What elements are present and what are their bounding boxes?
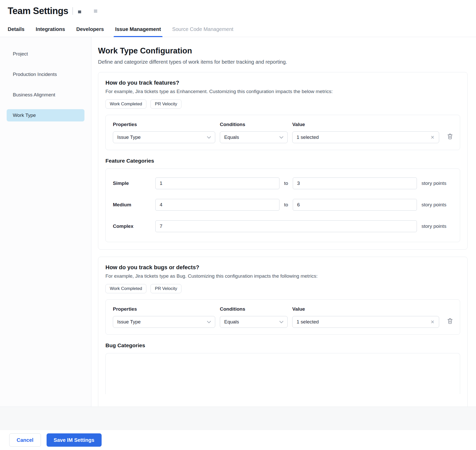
complex-from-input[interactable] <box>155 220 417 232</box>
features-filter-panel: Properties Issue Type Conditions <box>105 115 460 150</box>
bugs-filter-panel: Properties Issue Type Conditions <box>105 299 460 335</box>
category-label-simple: Simple <box>113 181 151 186</box>
medium-to-input[interactable] <box>293 199 417 211</box>
bugs-value-selected: 1 selected <box>297 319 430 325</box>
tab-developers[interactable]: Developers <box>76 22 104 37</box>
bugs-condition-select[interactable]: Equals <box>220 316 288 328</box>
delete-filter-row-button[interactable] <box>447 318 453 325</box>
medium-from-input[interactable] <box>155 199 279 211</box>
features-property-select[interactable]: Issue Type <box>113 131 215 143</box>
page-subtitle: Define and categorize different types of… <box>98 59 468 65</box>
cancel-button[interactable]: Cancel <box>9 433 41 447</box>
team-settings-page: Team Settings Details Integrations Devel… <box>0 0 476 450</box>
features-condition-select[interactable]: Equals <box>220 131 288 143</box>
to-label: to <box>284 181 288 186</box>
features-card-title: How do you track features? <box>105 80 460 86</box>
bottom-spacer-band <box>0 407 476 430</box>
settings-sidebar: Project Production Incidents Business Al… <box>0 37 91 407</box>
features-metric-badges: Work Completed PR Velocity <box>105 99 460 109</box>
bugs-metric-badges: Work Completed PR Velocity <box>105 284 460 293</box>
bugs-card: How do you track bugs or defects? For ex… <box>98 257 468 407</box>
sidebar-item-work-type[interactable]: Work Type <box>7 109 84 121</box>
clear-selection-icon[interactable]: × <box>430 319 435 325</box>
value-column-label: Value <box>292 122 439 127</box>
value-column-label: Value <box>292 306 439 312</box>
bugs-card-description: For example, Jira tickets type as Bug. C… <box>105 273 460 279</box>
simple-from-input[interactable] <box>155 177 279 189</box>
chevron-down-icon <box>279 319 283 325</box>
conditions-column-label: Conditions <box>220 306 288 312</box>
bugs-card-title: How do you track bugs or defects? <box>105 264 460 271</box>
to-label: to <box>284 202 288 208</box>
bugs-condition-value: Equals <box>224 319 279 325</box>
bugs-property-select[interactable]: Issue Type <box>113 316 215 328</box>
category-label-medium: Medium <box>113 202 151 208</box>
chevron-down-icon <box>207 134 211 140</box>
feature-categories-panel: Simple to story points Medium to <box>105 168 460 242</box>
bugs-property-value: Issue Type <box>117 319 207 325</box>
page-title: Work Type Configuration <box>98 46 468 55</box>
header-divider <box>72 7 73 15</box>
category-label-complex: Complex <box>113 223 151 229</box>
tab-integrations[interactable]: Integrations <box>36 22 65 37</box>
category-row-medium: Medium to story points <box>113 199 453 211</box>
header-placeholder-icon-dark <box>78 10 81 13</box>
story-points-label: story points <box>421 223 453 229</box>
header-placeholder-icon-light <box>94 9 97 13</box>
story-points-label: story points <box>421 202 453 208</box>
tab-bar: Details Integrations Developers Issue Ma… <box>0 22 476 37</box>
page-header: Team Settings <box>0 0 476 22</box>
features-card: How do you track features? For example, … <box>98 72 468 250</box>
features-card-description: For example, Jira tickets type as Enhanc… <box>105 89 460 94</box>
tab-details[interactable]: Details <box>8 22 25 37</box>
delete-filter-row-button[interactable] <box>447 133 453 140</box>
trash-icon <box>447 320 453 325</box>
badge-pr-velocity: PR Velocity <box>150 284 181 293</box>
sidebar-item-business-alignment[interactable]: Business Alignment <box>7 89 84 101</box>
story-points-label: story points <box>421 181 453 186</box>
features-value-multiselect[interactable]: 1 selected × <box>292 131 439 143</box>
tab-issue-management[interactable]: Issue Management <box>115 22 161 37</box>
save-im-settings-button[interactable]: Save IM Settings <box>47 433 102 447</box>
badge-work-completed: Work Completed <box>105 99 146 109</box>
simple-to-input[interactable] <box>293 177 417 189</box>
bug-categories-title: Bug Categories <box>105 342 460 348</box>
tab-source-code-management[interactable]: Source Code Management <box>172 22 233 37</box>
sidebar-item-project[interactable]: Project <box>7 48 84 60</box>
category-row-simple: Simple to story points <box>113 177 453 189</box>
bug-categories-panel <box>105 353 460 394</box>
footer-action-bar: Cancel Save IM Settings <box>0 430 476 450</box>
properties-column-label: Properties <box>113 122 215 127</box>
feature-categories-title: Feature Categories <box>105 158 460 164</box>
properties-column-label: Properties <box>113 306 215 312</box>
chevron-down-icon <box>279 134 283 140</box>
sidebar-item-production-incidents[interactable]: Production Incidents <box>7 68 84 81</box>
chevron-down-icon <box>207 319 211 325</box>
page-header-title: Team Settings <box>8 6 68 16</box>
trash-icon <box>447 136 453 140</box>
main-panel: Work Type Configuration Define and categ… <box>91 37 476 407</box>
category-row-complex: Complex story points <box>113 220 453 232</box>
content-area: Project Production Incidents Business Al… <box>0 37 476 407</box>
badge-work-completed: Work Completed <box>105 284 146 293</box>
badge-pr-velocity: PR Velocity <box>150 99 181 109</box>
features-property-value: Issue Type <box>117 134 207 140</box>
features-condition-value: Equals <box>224 134 279 140</box>
bugs-value-multiselect[interactable]: 1 selected × <box>292 316 439 328</box>
conditions-column-label: Conditions <box>220 122 288 127</box>
clear-selection-icon[interactable]: × <box>430 134 435 140</box>
features-value-selected: 1 selected <box>297 134 430 140</box>
